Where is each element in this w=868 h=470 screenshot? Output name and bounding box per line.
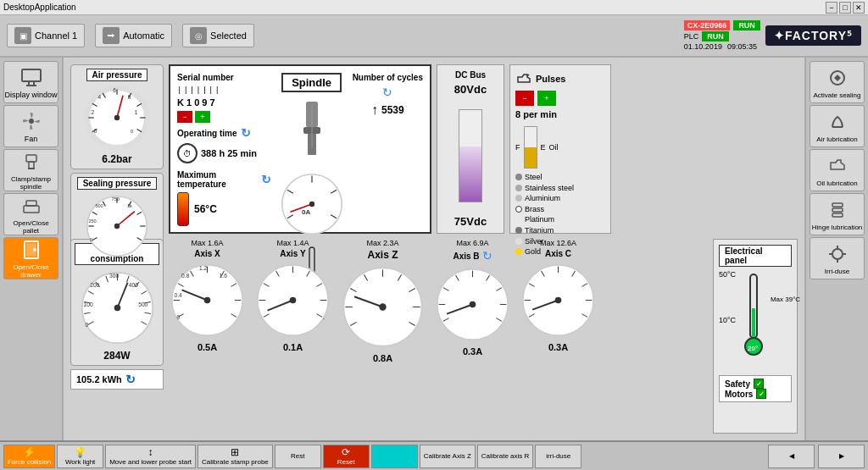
close-button[interactable]: ✕ <box>853 2 865 14</box>
axis-b-label: Axis B <box>453 252 479 261</box>
electrical-panel-title: Electrical panel <box>719 245 792 267</box>
task-work-light[interactable]: 💡 Work light <box>57 445 103 468</box>
task-force-collision[interactable]: ⚡ Force collision <box>3 445 55 468</box>
refresh-icon-cycles[interactable]: ↻ <box>382 86 392 99</box>
calibrate-stamp-label: Calibrate stamp probe <box>202 458 269 466</box>
axis-y-gauge <box>253 260 333 340</box>
oil-can-icon <box>515 70 532 87</box>
sidebar-item-fan[interactable]: Fan <box>3 105 58 147</box>
task-nav-back[interactable]: ◀ <box>768 445 815 468</box>
motors-row: Motors ✓ <box>725 389 786 399</box>
mode-selector[interactable]: ⮕ Automatic <box>95 24 172 47</box>
pallet-icon <box>19 194 43 218</box>
axis-b-max: Max 6.9A <box>456 239 488 247</box>
motors-label: Motors <box>725 390 753 399</box>
reset-icon: ⟳ <box>342 446 350 458</box>
svg-text:0: 0 <box>131 129 133 134</box>
refresh-icon-temp[interactable]: ↻ <box>261 173 271 186</box>
sidebar-item-display[interactable]: Display window <box>3 61 58 103</box>
sealing-pressure-gauge: 0 250 500 750 1k <box>83 192 151 260</box>
axis-b-refresh[interactable]: ↻ <box>482 249 492 263</box>
motors-checkbox[interactable]: ✓ <box>756 389 766 399</box>
spindle-image <box>291 97 333 165</box>
fan-label: Fan <box>25 135 38 143</box>
svg-rect-9 <box>26 201 36 206</box>
app-title: DesktopApplication <box>3 3 76 12</box>
sealing-icon <box>826 66 849 90</box>
svg-text:1k: 1k <box>127 203 132 208</box>
svg-rect-8 <box>24 206 39 213</box>
elec-max-temp: Max 39°C <box>771 296 800 303</box>
hinge-lubrication-label: Hinge lubrication <box>812 224 863 231</box>
svg-text:250: 250 <box>88 218 96 224</box>
svg-point-87 <box>114 305 120 312</box>
sidebar-air-lubrication[interactable]: Air lubrication <box>810 105 865 147</box>
task-calibrate-stamp[interactable]: ⊞ Calibrate stamp probe <box>198 445 273 468</box>
sidebar-hinge-lubrication[interactable]: Hinge lubrication <box>810 193 865 235</box>
axis-c-max: Max 12.6A <box>540 239 576 247</box>
irri-duse-label: Irri-duse <box>825 268 849 275</box>
task-calibrate-z[interactable]: Calibrate Axis Z <box>420 445 476 468</box>
task-reset[interactable]: ⟳ Reset <box>323 445 370 468</box>
selected-label: Selected <box>210 30 247 41</box>
temp-bar-icon <box>177 192 189 226</box>
calibrate-z-label: Calibrate Axis Z <box>424 452 471 460</box>
date-display: 01.10.2019 <box>684 42 722 51</box>
sidebar-irri-duse[interactable]: Irri-duse <box>810 237 865 279</box>
hinge-lub-icon <box>826 198 849 222</box>
move-probe-icon: ↕ <box>148 446 153 458</box>
svg-point-61 <box>309 202 314 207</box>
task-cyan[interactable] <box>371 445 418 468</box>
svg-rect-5 <box>26 155 36 162</box>
refresh-icon-op[interactable]: ↻ <box>241 126 251 140</box>
safety-checkbox[interactable]: ✓ <box>754 379 764 389</box>
channel-label: Channel 1 <box>35 30 77 41</box>
irri-duse-bar-label: irri-duse <box>546 452 570 460</box>
minimize-button[interactable]: − <box>826 2 837 14</box>
reset-label: Reset <box>337 458 355 466</box>
spindle-current-gauge: 0A <box>278 170 346 238</box>
sidebar-item-door[interactable]: Open/Close drawer <box>3 237 58 279</box>
svg-text:8: 8 <box>128 94 131 100</box>
svg-text:0: 0 <box>90 237 92 242</box>
up-arrow-icon: ↑ <box>371 102 378 118</box>
add-button[interactable]: + <box>195 111 210 123</box>
dc-low-value: 75Vdc <box>454 215 487 228</box>
calibrate-stamp-icon: ⊞ <box>231 446 239 458</box>
svg-text:500: 500 <box>95 203 103 208</box>
axis-c-box: Max 12.6A Axis C <box>518 239 598 434</box>
center-content: Air pressure <box>64 58 804 440</box>
svg-point-49 <box>114 224 120 229</box>
svg-point-140 <box>470 301 476 308</box>
mode-label: Automatic <box>123 30 164 41</box>
dc-high-value: 80Vdc <box>454 83 487 96</box>
pulse-increase-button[interactable]: + <box>537 91 556 106</box>
pulse-decrease-button[interactable]: − <box>515 91 534 106</box>
operating-time-label: Operating time <box>177 129 237 138</box>
task-rest[interactable]: Rest <box>275 445 321 468</box>
select-icon: ◎ <box>190 27 207 44</box>
left-gauges: Air pressure <box>70 64 164 234</box>
sidebar-activate-sealing[interactable]: Activate sealing <box>810 61 865 103</box>
maximize-button[interactable]: □ <box>839 2 851 14</box>
elec-temp-low: 10°C <box>719 316 736 324</box>
delete-button[interactable]: − <box>177 111 192 123</box>
axis-b-gauge <box>432 264 513 345</box>
task-irri-duse-bar[interactable]: irri-duse <box>535 445 581 468</box>
dc-bar-gauge <box>459 109 482 202</box>
task-move-probe[interactable]: ↕ Move and lower probe start <box>105 445 196 468</box>
sidebar-item-clamp[interactable]: Clamp/stamp spindle <box>3 149 58 191</box>
door-icon <box>19 238 43 262</box>
sidebar-item-pallet[interactable]: Open/Close pallet <box>3 193 58 235</box>
status-area: CX-2E0966 RUN PLC RUN 01.10.2019 09:05:3… <box>684 20 760 51</box>
svg-rect-161 <box>832 213 843 217</box>
fan-icon <box>19 109 43 133</box>
channel-selector[interactable]: ▣ Channel 1 <box>7 24 85 47</box>
kwh-refresh-button[interactable]: ↻ <box>125 373 136 386</box>
e-label: E <box>541 143 546 152</box>
axis-x-max: Max 1.6A <box>191 239 223 247</box>
sidebar-oil-lubrication[interactable]: Oil lubrication <box>810 149 865 191</box>
axis-b-value: 0.3A <box>463 346 482 357</box>
task-nav-forward[interactable]: ▶ <box>818 445 865 468</box>
task-calibrate-r[interactable]: Calibrate axis R <box>477 445 533 468</box>
